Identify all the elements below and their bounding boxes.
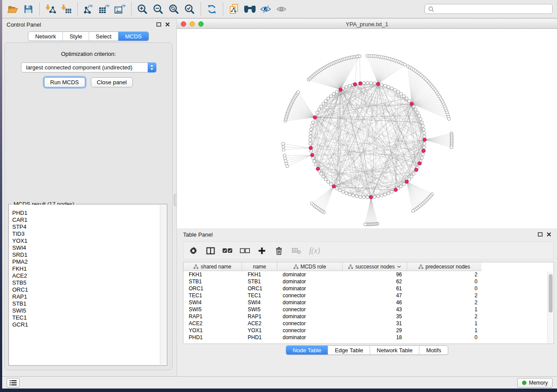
mcds-result-item[interactable]: ORC1 [9,286,166,293]
hide-selected-button[interactable] [258,2,273,17]
search-input[interactable] [436,6,549,12]
mcds-result-item[interactable]: SWI5 [9,307,166,314]
deselect-all-button[interactable] [236,243,253,258]
column-header-shared-name[interactable]: shared name [183,262,242,271]
mcds-result-item[interactable]: TID3 [9,230,166,237]
table-row[interactable]: RAP1RAP1dominator352 [183,313,554,320]
table-cell: dominator [277,285,343,292]
mcds-result-item[interactable]: SRD1 [9,251,166,258]
zoom-selected-button[interactable] [182,2,197,17]
table-cell: TEC1 [242,292,277,299]
tab-node-table[interactable]: Node Table [286,346,329,355]
minimize-window-traffic-light[interactable] [190,21,195,27]
table-row[interactable]: ORC1ORC1dominator610 [183,285,554,292]
column-header-predecessor-nodes[interactable]: predecessor nodes [407,262,481,271]
mcds-result-item[interactable]: RAP1 [9,293,166,300]
column-header-successor-nodes[interactable]: successor nodes [343,262,407,271]
table-cell: dominator [277,271,343,278]
delete-column-button[interactable] [270,243,287,258]
tab-network[interactable]: Network [28,32,63,41]
float-panel-icon[interactable] [156,22,162,27]
export-network-button[interactable] [81,2,97,17]
criterion-dropdown[interactable]: largest connected component (undirected) [21,62,156,72]
table-cell: PHD1 [183,334,242,341]
table-row[interactable]: STB1STB1dominator620 [183,278,554,285]
tab-mcds[interactable]: MCDS [118,32,148,41]
table-cell: 1 [407,306,481,313]
find-button[interactable] [242,2,258,17]
tab-network-table[interactable]: Network Table [370,346,419,355]
save-session-button[interactable] [21,2,36,17]
apply-layout-button[interactable] [204,2,220,17]
table-cell: 0 [407,285,481,292]
tab-select[interactable]: Select [89,32,118,41]
import-network-button[interactable] [43,2,59,17]
show-columns-button[interactable] [203,243,218,258]
mcds-result-item[interactable]: STB5 [9,279,166,286]
mcds-list-scrollbar[interactable] [160,205,166,364]
task-history-button[interactable] [7,378,20,388]
table-cell: SWI4 [242,299,277,306]
table-row[interactable]: SWI4SWI4dominator462 [183,299,554,306]
zoom-out-button[interactable] [150,2,166,17]
eye-slash-icon [260,4,271,14]
network-window-titlebar: YPA_prune.txt_1 [176,19,557,29]
network-window-title: YPA_prune.txt_1 [177,19,557,28]
search-box[interactable] [425,4,553,14]
mcds-result-item[interactable]: YOX1 [9,237,166,244]
close-panel-icon[interactable] [164,22,170,27]
select-all-button[interactable] [218,243,236,258]
table-row[interactable]: TEC1TEC1connector472 [183,292,554,299]
table-row[interactable]: YOX1YOX1connector291 [183,327,554,334]
import-network-icon [45,4,56,14]
memory-status-icon [522,381,526,385]
maximize-window-traffic-light[interactable] [198,21,204,27]
table-row[interactable]: SWI5SWI5connector431 [183,306,554,313]
table-scrollbar-thumb[interactable] [549,274,553,313]
tab-motifs[interactable]: Motifs [419,346,448,355]
zoom-in-button[interactable] [135,2,150,17]
table-row[interactable]: FKH1FKH1dominator962 [183,271,554,278]
mcds-result-group: MCDS result (17 nodes) PHD1CAR1STP4TID3Y… [8,204,167,366]
network-canvas[interactable] [176,29,557,243]
network-from-document-button[interactable] [226,2,242,17]
attribute-icon [348,265,353,269]
table-scrollbar[interactable] [547,272,553,343]
close-panel-button[interactable]: Close panel [91,77,133,87]
mcds-result-item[interactable]: ACE2 [9,272,166,279]
mcds-result-item[interactable]: TEC1 [9,314,166,321]
mcds-result-item[interactable]: STB1 [9,300,166,307]
export-table-button[interactable] [97,2,112,17]
run-mcds-button[interactable]: Run MCDS [44,77,85,87]
column-header-name[interactable]: name [242,262,277,271]
table-row[interactable]: ACE2ACE2connector311 [183,320,554,327]
mcds-result-item[interactable]: GCR1 [9,321,166,328]
show-all-button[interactable] [273,2,289,17]
tab-style[interactable]: Style [63,32,89,41]
tab-edge-table[interactable]: Edge Table [328,346,370,355]
mcds-result-item[interactable]: STP4 [9,224,166,230]
mcds-result-item[interactable]: SWI4 [9,244,166,251]
table-row[interactable]: PHD1PHD1dominator180 [183,334,554,341]
open-file-button[interactable] [5,2,21,17]
memory-button[interactable]: Memory [517,378,553,388]
import-table-button[interactable] [59,2,74,17]
table-cell: SWI5 [183,306,242,313]
table-cell: 31 [343,320,407,327]
zoom-fit-button[interactable] [166,2,182,17]
table-cell: 35 [343,313,407,320]
mcds-result-item[interactable]: CAR1 [9,217,166,224]
table-settings-button[interactable] [183,243,203,258]
create-column-button[interactable] [253,243,270,258]
mcds-result-item[interactable]: FKH1 [9,265,166,272]
float-panel-icon[interactable] [537,232,543,237]
table-panel-tabs: Node Table Edge Table Network Table Moti… [177,345,557,355]
table-panel-title: Table Panel [183,231,213,238]
toolbar-separator [77,3,78,16]
close-window-traffic-light[interactable] [181,21,186,27]
mcds-result-item[interactable]: PMA2 [9,258,166,265]
export-image-button[interactable] [112,2,128,17]
close-panel-icon[interactable] [546,232,552,237]
mcds-result-item[interactable]: PHD1 [9,210,166,217]
column-header-mcds-role[interactable]: MCDS role [277,262,343,271]
